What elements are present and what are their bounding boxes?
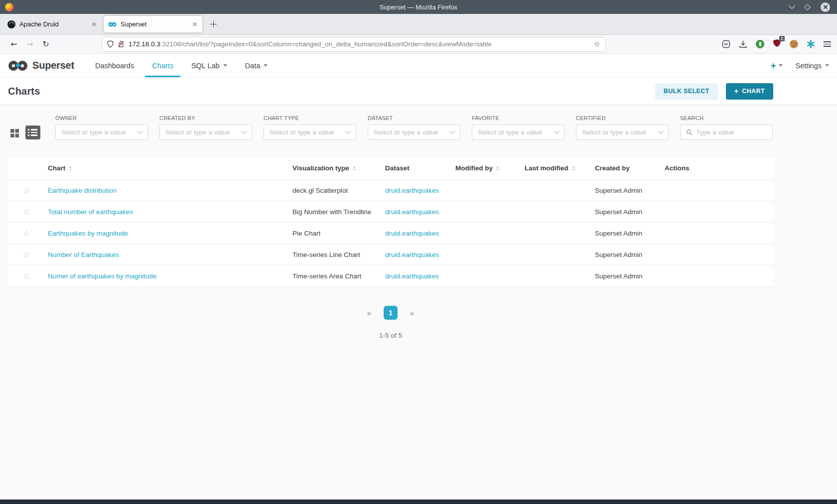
favorite-select[interactable]: Select or type a value — [472, 125, 564, 140]
url-text: 172.18.0.3:32108/chart/list/?pageIndex=0… — [129, 40, 590, 48]
viz-type-cell: Big Number with Trendline — [292, 208, 385, 216]
superset-brand[interactable]: Superset — [8, 59, 74, 72]
settings-menu[interactable]: Settings — [796, 62, 829, 70]
shield-icon[interactable] — [107, 40, 114, 48]
charts-table: Chart Visualization type Dataset Modifie… — [8, 156, 773, 287]
viz-type-cell: deck.gl Scatterplot — [292, 187, 385, 194]
filter-favorite: FAVORITE Select or type a value — [472, 115, 564, 140]
favorite-star-icon[interactable]: ☆ — [23, 271, 30, 281]
bookmark-star-icon[interactable]: ☆ — [594, 40, 600, 49]
nav-item-dashboards[interactable]: Dashboards — [88, 54, 141, 77]
favorite-star-icon[interactable]: ☆ — [23, 185, 30, 195]
url-bar[interactable]: 172.18.0.3:32108/chart/list/?pageIndex=0… — [102, 37, 606, 52]
filter-label: CREATED BY — [159, 115, 252, 121]
dataset-link[interactable]: druid.earthquakes — [385, 251, 439, 258]
tab-title: Superset — [121, 20, 192, 28]
favorite-star-icon[interactable]: ☆ — [23, 207, 30, 217]
select-placeholder: Select or type a value — [374, 128, 450, 136]
column-header-modified-by[interactable]: Modified by — [455, 164, 525, 172]
nav-item-data[interactable]: Data — [238, 54, 275, 77]
sort-icon — [353, 166, 356, 171]
ublock-icon[interactable]: 2 — [773, 39, 781, 49]
dataset-link[interactable]: druid.earthquakes — [385, 187, 439, 194]
sort-icon — [496, 166, 499, 171]
close-icon[interactable] — [821, 2, 830, 12]
nav-label: Data — [245, 62, 261, 70]
minimize-icon[interactable] — [789, 2, 795, 9]
browser-window: Superset — Mozilla Firefox Apache Druid … — [0, 0, 837, 504]
view-toggles — [8, 115, 40, 140]
chart-link[interactable]: Earthquake distribution — [48, 187, 117, 194]
created-by-select[interactable]: Select or type a value — [159, 125, 252, 140]
next-page-button[interactable]: » — [410, 309, 414, 317]
caret-down-icon — [825, 64, 829, 67]
bottom-bar — [0, 500, 837, 504]
column-header-last-modified[interactable]: Last modified — [525, 164, 595, 172]
reload-icon[interactable]: ↻ — [38, 39, 54, 49]
chart-link[interactable]: Number of Earthquakes — [48, 251, 119, 258]
bulk-select-button[interactable]: BULK SELECT — [655, 83, 718, 100]
nav-items: Dashboards Charts SQL Lab Data — [84, 54, 275, 77]
row-count-summary: 1-5 of 5 — [8, 332, 773, 339]
insecure-lock-icon[interactable] — [118, 40, 125, 48]
chart-link[interactable]: Numer of earthquakes by magnitude — [48, 272, 156, 280]
extension-asterisk-icon[interactable] — [807, 40, 815, 48]
tab-title: Apache Druid — [19, 20, 91, 28]
menu-icon[interactable] — [824, 41, 831, 47]
dataset-link[interactable]: druid.earthquakes — [385, 230, 439, 237]
filter-label: SEARCH — [680, 115, 773, 121]
column-header-dataset: Dataset — [385, 164, 455, 172]
viz-type-cell: Time-series Area Chart — [292, 272, 385, 280]
settings-label: Settings — [796, 62, 822, 70]
pocket-icon[interactable] — [722, 40, 730, 48]
caret-down-icon — [223, 64, 227, 67]
maximize-icon[interactable] — [804, 4, 811, 10]
cookie-icon[interactable] — [790, 40, 798, 48]
nav-item-charts[interactable]: Charts — [145, 54, 180, 77]
certified-select[interactable]: Select or type a value — [576, 125, 669, 140]
column-header-viz-type[interactable]: Visualization type — [292, 164, 385, 172]
dataset-link[interactable]: druid.earthquakes — [385, 208, 439, 216]
nav-label: SQL Lab — [191, 62, 220, 70]
privacy-badger-icon[interactable] — [756, 40, 764, 48]
dataset-select[interactable]: Select or type a value — [368, 125, 460, 140]
nav-item-sql-lab[interactable]: SQL Lab — [184, 54, 234, 77]
nav-label: Charts — [152, 62, 173, 70]
chart-type-select[interactable]: Select or type a value — [264, 125, 356, 140]
tab-close-icon[interactable] — [91, 21, 97, 27]
new-chart-button[interactable]: +CHART — [726, 83, 773, 100]
url-path: :32108/chart/list/?pageIndex=0&sortColum… — [160, 40, 492, 48]
list-view-toggle[interactable] — [25, 126, 40, 139]
owner-select[interactable]: Select or type a value — [55, 125, 148, 140]
column-label: Visualization type — [292, 164, 349, 172]
card-view-toggle[interactable] — [8, 126, 21, 139]
new-item-menu[interactable]: + — [770, 60, 782, 71]
window-controls — [790, 2, 830, 12]
filter-chart-type: CHART TYPE Select or type a value — [264, 115, 356, 140]
table-row: ☆ Earthquakes by magnitude Pie Chart dru… — [8, 223, 773, 244]
favorite-star-icon[interactable]: ☆ — [23, 228, 30, 238]
favorite-star-icon[interactable]: ☆ — [23, 250, 30, 259]
forward-icon[interactable]: → — [22, 39, 38, 49]
page-header: Charts BULK SELECT +CHART — [0, 78, 837, 105]
plus-icon: + — [770, 60, 776, 71]
url-host: 172.18.0.3 — [129, 40, 160, 48]
sort-icon — [572, 166, 575, 171]
download-icon[interactable] — [739, 40, 747, 48]
previous-page-button[interactable]: « — [367, 309, 371, 317]
tab-apache-druid[interactable]: Apache Druid — [3, 16, 102, 32]
tab-superset[interactable]: Superset — [104, 16, 202, 32]
current-page-button[interactable]: 1 — [384, 306, 398, 320]
new-tab-icon[interactable] — [210, 21, 217, 27]
back-icon[interactable]: ← — [6, 39, 22, 49]
search-input[interactable] — [696, 128, 767, 136]
chart-link[interactable]: Earthquakes by magnitude — [48, 230, 128, 237]
dataset-link[interactable]: druid.earthquakes — [385, 272, 439, 280]
chart-link[interactable]: Total number of earthquakes — [48, 208, 133, 216]
new-chart-label: CHART — [742, 88, 765, 95]
chevron-down-icon — [554, 128, 559, 133]
column-header-chart[interactable]: Chart — [40, 164, 292, 172]
sort-icon — [69, 166, 72, 171]
plus-icon: + — [734, 87, 739, 95]
tab-close-icon[interactable] — [192, 21, 198, 27]
